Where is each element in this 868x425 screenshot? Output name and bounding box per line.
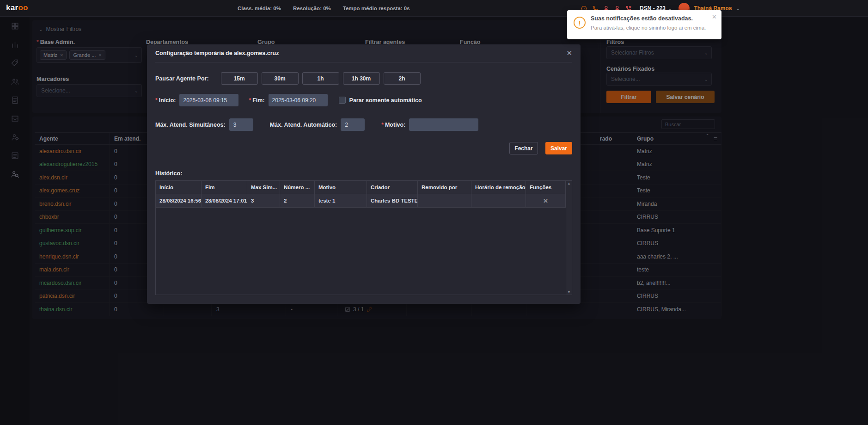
history-cell: Charles BD TESTE [367, 194, 418, 207]
toast-title: Suas notificações estão desativadas. [591, 15, 706, 22]
motivo-input[interactable] [409, 118, 478, 131]
pause-options: 15m30m1h1h 30m2h [221, 72, 421, 85]
max-simultaneos-label: Máx. Atend. Simultâneos: [155, 122, 226, 128]
motivo-label: *Motivo: [381, 122, 405, 128]
topbar-stat: Resolução: 0% [293, 6, 331, 11]
required-star: * [381, 122, 384, 128]
close-icon[interactable]: ✕ [712, 13, 717, 20]
history-cell: 28/08/2024 16:56 [156, 194, 202, 207]
logo-accent: oo [18, 3, 28, 12]
history-cell: teste 1 [315, 194, 367, 207]
history-column-header: Início [156, 181, 202, 194]
app-logo[interactable]: karoo [6, 3, 28, 12]
history-column-header: Número ... [280, 181, 315, 194]
required-star: * [155, 97, 158, 104]
logo-text: kar [6, 3, 18, 12]
history-cell: 2 [280, 194, 315, 207]
scroll-up-icon[interactable]: ▲ [566, 182, 572, 185]
history-cell [418, 194, 471, 207]
calendar-icon [229, 97, 235, 103]
modal-title: Configuração temporária de alex.gomes.cr… [155, 50, 279, 56]
fechar-button[interactable]: Fechar [509, 142, 538, 154]
history-column-header: Motivo [315, 181, 367, 194]
toast-body: Para ativá-las, clique no sininho logo a… [591, 25, 706, 31]
pause-option-button[interactable]: 30m [262, 72, 299, 85]
history-row: 28/08/2024 16:5628/08/2024 17:0132teste … [156, 194, 566, 208]
history-column-header: Criador [367, 181, 418, 194]
topbar: karoo Class. média: 0%Resolução: 0%Tempo… [0, 0, 868, 17]
pause-config-modal: Configuração temporária de alex.gomes.cr… [147, 44, 581, 304]
scroll-down-icon[interactable]: ▼ [566, 290, 572, 294]
remove-icon[interactable]: ✕ [543, 197, 548, 204]
history-body: 28/08/2024 16:5628/08/2024 17:0132teste … [156, 194, 566, 208]
notification-toast: ! Suas notificações estão desativadas. P… [567, 10, 721, 39]
fim-label: Fim: [252, 97, 264, 104]
toast-text: Suas notificações estão desativadas. Par… [591, 15, 706, 34]
history-cell [471, 194, 526, 207]
salvar-button[interactable]: Salvar [545, 142, 572, 154]
historico-label: Histórico: [155, 170, 572, 177]
history-column-header: Removido por [418, 181, 471, 194]
fim-datetime-input[interactable]: 2025-03-06 09:20 [269, 94, 328, 106]
checkbox-label: Parar somente automático [349, 97, 422, 104]
pause-label: Pausar Agente Por: [155, 75, 209, 82]
limits-row: Máx. Atend. Simultâneos: 3 Máx. Atend. A… [155, 118, 572, 131]
inicio-datetime-input[interactable]: 2025-03-06 09:15 [179, 94, 238, 106]
pause-row: Pausar Agente Por: 15m30m1h1h 30m2h [155, 72, 572, 85]
topbar-stat: Class. média: 0% [238, 6, 281, 11]
history-table: InícioFimMax Sim...Número ...MotivoCriad… [155, 180, 572, 295]
history-header: InícioFimMax Sim...Número ...MotivoCriad… [156, 181, 566, 194]
modal-header: Configuração temporária de alex.gomes.cr… [155, 44, 572, 62]
parar-somente-automatico-checkbox[interactable] [339, 97, 346, 104]
pause-option-button[interactable]: 1h 30m [343, 72, 380, 85]
alert-icon: ! [574, 17, 586, 29]
history-column-header: Funções [526, 181, 566, 194]
required-star: * [249, 97, 251, 104]
pause-option-button[interactable]: 1h [302, 72, 339, 85]
chevron-down-icon: ⌄ [736, 6, 740, 11]
calendar-icon [318, 97, 324, 103]
topbar-stats: Class. média: 0%Resolução: 0%Tempo médio… [238, 0, 410, 17]
history-column-header: Max Sim... [247, 181, 280, 194]
history-column-header: Horário de remoção [471, 181, 526, 194]
close-icon[interactable]: ✕ [566, 49, 572, 57]
actions-row: Fechar Salvar [155, 142, 572, 154]
max-automatico-input[interactable]: 2 [341, 118, 365, 131]
history-cell: ✕ [526, 194, 566, 207]
pause-option-button[interactable]: 15m [221, 72, 258, 85]
inicio-label: Início: [159, 97, 176, 104]
history-scrollbar[interactable]: ▲ ▼ [566, 181, 572, 295]
history-column-header: Fim [202, 181, 247, 194]
app-root: ⌄ Mostrar Filtros *Base Admin. Matriz×Gr… [0, 0, 868, 425]
max-simultaneos-input[interactable]: 3 [229, 118, 253, 131]
history-cell: 3 [247, 194, 280, 207]
max-automatico-label: Máx. Atend. Automático: [270, 122, 337, 128]
inicio-value: 2025-03-06 09:15 [183, 97, 227, 104]
history-cell: 28/08/2024 17:01 [202, 194, 247, 207]
pause-option-button[interactable]: 2h [384, 72, 421, 85]
topbar-stat: Tempo médio resposta: 0s [343, 6, 410, 11]
datetime-row: * Início: 2025-03-06 09:15 * Fim: 2025-0… [155, 94, 572, 106]
fim-value: 2025-03-06 09:20 [272, 97, 316, 104]
history-table-inner: InícioFimMax Sim...Número ...MotivoCriad… [156, 181, 566, 295]
